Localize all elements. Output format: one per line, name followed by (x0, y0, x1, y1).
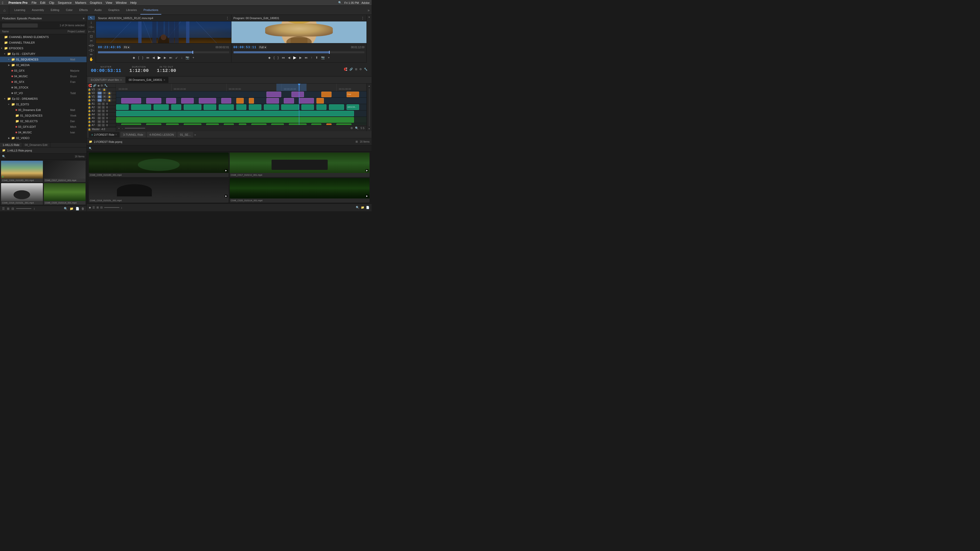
clip-a2-7[interactable] (239, 124, 246, 125)
clip-v2-7[interactable] (236, 98, 244, 103)
go-to-in-btn[interactable]: ⏮ (282, 56, 285, 59)
clip-v2-5[interactable] (199, 98, 216, 103)
delete-btn[interactable]: 🗑 (81, 207, 84, 210)
clip-v2-1[interactable] (121, 98, 141, 103)
source-scrubber[interactable] (98, 51, 229, 53)
tree-item-02media[interactable]: ▶ 📁 02_MEDIA (0, 62, 86, 68)
tree-item-ep2-04music[interactable]: ■ 04_MUSIC Ivan (0, 130, 86, 135)
thumb-item-1[interactable]: C048_C017_0101VJ_001.mp4 (44, 161, 86, 182)
tl-minus-btn[interactable]: - (122, 127, 123, 130)
tab-audio[interactable]: Audio (91, 6, 105, 14)
tl-zoom-slider[interactable] (125, 128, 145, 129)
clip-a2-11[interactable] (311, 124, 321, 125)
step-back-btn[interactable]: ◀ (288, 56, 290, 59)
insert-btn[interactable]: ↙ (175, 56, 178, 59)
overwrite-btn[interactable]: ↓ (181, 56, 183, 59)
tc-btn-snap[interactable]: 🧲 (88, 84, 92, 87)
bin-item-0[interactable]: ▶ C048_C009_01018D_001.mp4 (89, 152, 229, 177)
clip-a2-5[interactable] (206, 124, 219, 125)
play-btn[interactable]: ▶ (158, 55, 161, 60)
search-icon[interactable]: 🔍 (338, 1, 342, 4)
bins-add-markers[interactable]: ◆ (89, 206, 91, 209)
clip-v1a-1[interactable] (116, 104, 129, 110)
clip-a2-8[interactable] (251, 124, 266, 125)
bin-tab-tunnel-ride[interactable]: 3-TUNNEL Ride (121, 132, 146, 138)
grid-view-btn[interactable]: ⊞ (7, 207, 10, 210)
tc-btn-settings[interactable]: ⚙ (100, 84, 103, 87)
lift-btn[interactable]: ↑ (311, 56, 312, 59)
clip-v2-3[interactable] (166, 98, 176, 103)
clip-v1a-4[interactable] (171, 104, 181, 110)
menu-help[interactable]: Help (130, 1, 137, 5)
clip-v2-2[interactable] (146, 98, 161, 103)
thumb-item-0[interactable]: C048_C009_01018D_001.mp4 (1, 161, 43, 182)
clip-v3-3[interactable] (321, 92, 331, 97)
project-menu-icon[interactable]: ≡ (83, 17, 84, 20)
clip-v1a-15[interactable]: A001C00... (347, 104, 359, 110)
track-v1b-vis[interactable]: 👁 (103, 99, 107, 102)
seq-tool-wrench[interactable]: 🔧 (364, 68, 368, 71)
tree-item-01sequences[interactable]: ▾ 📁 01_SEQUENCES Matt (0, 57, 86, 62)
clip-v3-foot[interactable]: Foot (347, 92, 359, 97)
tree-item-ep02[interactable]: ▾ 📁 Ep 02 - DREAMERS (0, 96, 86, 102)
bin-tab-01se[interactable]: 01_SE... (177, 132, 193, 138)
bins-grid-icon[interactable]: ⊞ (355, 140, 358, 143)
add-marker-btn[interactable]: ◆ (268, 56, 270, 59)
clip-v3-1[interactable] (266, 92, 282, 97)
bin-tab-riding-lesson[interactable]: 4-RIDING LESSON (147, 132, 177, 138)
program-fit-selector[interactable]: Full ▾ (259, 46, 267, 49)
tab-graphics[interactable]: Graphics (105, 6, 123, 14)
source-monitor-menu[interactable]: ⋮ (226, 16, 229, 20)
extract-btn[interactable]: ⬆ (315, 56, 318, 59)
project-search-input[interactable] (2, 24, 38, 27)
tab-learning[interactable]: Learning (11, 6, 28, 14)
clip-v3-2[interactable] (291, 92, 304, 97)
rate-stretch-tool[interactable]: ⊡ (88, 34, 95, 38)
bin-item-3[interactable]: ▶ C048_C020_0101U4_001.mp4 (230, 178, 369, 203)
track-select-tool[interactable]: ↕ (88, 21, 95, 24)
bin-item-2[interactable]: ▶ C048_C018_0101DL_001.mp4 (89, 178, 229, 203)
clip-v1b-main[interactable] (116, 111, 354, 116)
clip-a2-10[interactable] (289, 124, 307, 125)
mark-out-btn[interactable]: } (278, 56, 279, 59)
clip-v2-8[interactable] (249, 98, 254, 103)
clip-v2-6[interactable] (221, 98, 231, 103)
bins-grid-view[interactable]: ⊞ (97, 206, 99, 209)
tree-item-05sfx[interactable]: ■ 05_SFX Fran (0, 79, 86, 85)
menu-view[interactable]: View (106, 1, 112, 5)
clip-a2-4[interactable] (184, 124, 201, 125)
tc-btn-wrench[interactable]: 🔧 (104, 84, 108, 87)
tree-item-02video[interactable]: ▶ 📁 02_VIDEO (0, 135, 86, 141)
clip-a2-13[interactable] (336, 124, 352, 125)
track-a5-m[interactable]: M (97, 117, 101, 120)
clip-v1a-12[interactable] (301, 104, 314, 110)
razor-tool[interactable]: ✂ (88, 39, 95, 43)
bins-search-btn[interactable]: 🔍 (356, 206, 360, 209)
clip-v1a-14[interactable] (329, 104, 344, 110)
clip-v1a-7[interactable] (219, 104, 234, 110)
bins-new-item[interactable]: 📄 (366, 206, 369, 209)
track-a3-s[interactable]: S (102, 110, 105, 113)
menu-clip[interactable]: Clip (49, 1, 54, 5)
rolling-tool[interactable]: ⊢⊣ (88, 30, 95, 34)
tc-btn-markers[interactable]: ◆ (97, 84, 100, 87)
track-v3-lock[interactable]: 🔒 (102, 88, 107, 91)
track-a7-s[interactable]: S (102, 124, 105, 127)
bin-tab-forest-ride[interactable]: ≡ 2-FOREST Ride ≡ (89, 132, 119, 138)
track-a3-m[interactable]: M (97, 110, 101, 113)
tab-effects[interactable]: Effects (76, 6, 91, 14)
tree-item-04music[interactable]: ■ 04_MUSIC Bruce (0, 73, 86, 79)
program-scrubber[interactable] (234, 51, 365, 53)
zoom-slider[interactable] (16, 208, 32, 209)
bins-zoom-slider[interactable] (104, 207, 119, 208)
go-to-in-btn[interactable]: ⏮ (146, 56, 149, 59)
export-frame-btn[interactable]: 📷 (186, 56, 189, 59)
tl-search-btn[interactable]: 🔍 (355, 127, 359, 130)
track-a1-s[interactable]: S (102, 102, 105, 105)
source-fit-selector[interactable]: Fit ▾ (123, 46, 130, 49)
bins-search-input[interactable] (93, 147, 369, 150)
more-workspaces-button[interactable]: » (366, 8, 372, 12)
track-v1a-vis[interactable]: 👁 (103, 95, 107, 98)
tree-item-ep2-01sequences[interactable]: 📁 01_SEQUENCES Vivek (0, 113, 86, 118)
tree-item-01edits[interactable]: ▾ 📁 01_EDITS (0, 102, 86, 107)
